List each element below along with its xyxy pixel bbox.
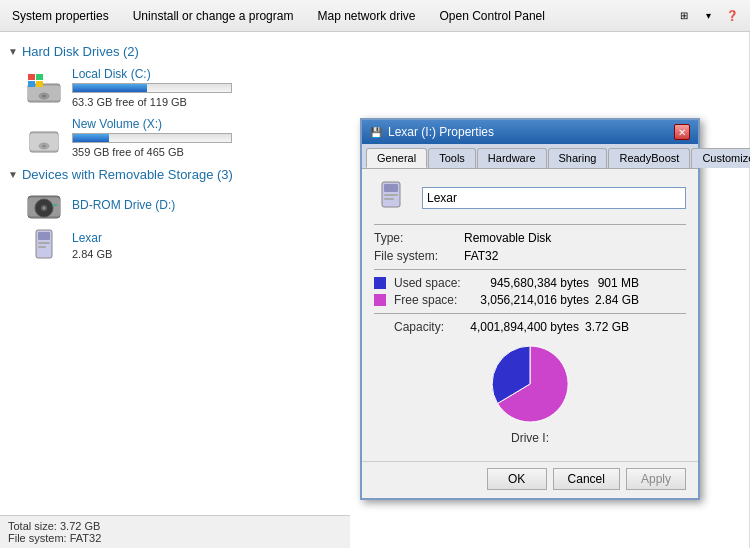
view-dropdown-icon[interactable]: ▾ <box>698 6 718 26</box>
toolbar: System properties Uninstall or change a … <box>0 0 750 32</box>
svg-rect-5 <box>36 74 43 80</box>
used-label: Used space: <box>394 276 474 290</box>
apply-button[interactable]: Apply <box>626 468 686 490</box>
lexar-removable-icon <box>24 230 64 262</box>
dialog-body: Type: Removable Disk File system: FAT32 … <box>362 169 698 457</box>
fs-label: File system: <box>374 249 464 263</box>
local-disk-c-size: 63.3 GB free of 119 GB <box>72 96 187 108</box>
hdd-section-header[interactable]: ▼ Hard Disk Drives (2) <box>0 40 749 63</box>
lexar-partial-size: 2.84 GB <box>72 248 112 260</box>
svg-rect-4 <box>28 74 35 80</box>
view-options-icon[interactable]: ⊞ <box>674 6 694 26</box>
open-control-panel-btn[interactable]: Open Control Panel <box>436 7 549 25</box>
removable-arrow: ▼ <box>8 169 18 180</box>
tab-hardware[interactable]: Hardware <box>477 148 547 168</box>
capacity-size: 3.72 GB <box>579 320 629 334</box>
fs-row: File system: FAT32 <box>374 249 686 263</box>
svg-rect-23 <box>384 184 398 192</box>
local-disk-c-name: Local Disk (C:) <box>72 67 725 81</box>
svg-point-16 <box>43 207 45 209</box>
new-volume-x-progress <box>72 133 232 143</box>
local-disk-c-info: Local Disk (C:) 63.3 GB free of 119 GB <box>72 67 725 109</box>
type-value: Removable Disk <box>464 231 551 245</box>
fs-value: FAT32 <box>464 249 498 263</box>
pie-area: Drive I: <box>374 342 686 445</box>
free-space-row: Free space: 3,056,214,016 bytes 2.84 GB <box>374 293 686 307</box>
help-icon[interactable]: ❓ <box>722 6 742 26</box>
svg-rect-25 <box>384 198 394 200</box>
tab-tools[interactable]: Tools <box>428 148 476 168</box>
svg-rect-19 <box>38 232 50 240</box>
dialog-title: Lexar (I:) Properties <box>388 125 674 139</box>
tab-general[interactable]: General <box>366 148 427 168</box>
free-label: Free space: <box>394 293 474 307</box>
hdd-arrow: ▼ <box>8 46 18 57</box>
drive-header-row <box>374 181 686 214</box>
bdrom-icon <box>24 190 64 222</box>
svg-point-11 <box>42 145 46 147</box>
free-color-box <box>374 294 386 306</box>
used-space-row: Used space: 945,680,384 bytes 901 MB <box>374 276 686 290</box>
used-color-box <box>374 277 386 289</box>
svg-rect-21 <box>38 246 46 248</box>
used-size: 901 MB <box>589 276 639 290</box>
status-bar: Total size: 3.72 GB File system: FAT32 <box>0 515 350 548</box>
local-disk-c-icon <box>24 72 64 104</box>
capacity-bytes: 4,001,894,400 bytes <box>464 320 579 334</box>
separator-1 <box>374 224 686 225</box>
uninstall-btn[interactable]: Uninstall or change a program <box>129 7 298 25</box>
hdd-section-title: Hard Disk Drives (2) <box>22 44 139 59</box>
toolbar-right: ⊞ ▾ ❓ <box>674 6 742 26</box>
pie-label: Drive I: <box>511 431 549 445</box>
svg-rect-6 <box>28 81 35 87</box>
type-row: Type: Removable Disk <box>374 231 686 245</box>
tab-readyboost[interactable]: ReadyBoost <box>608 148 690 168</box>
capacity-row: Capacity: 4,001,894,400 bytes 3.72 GB <box>374 320 686 334</box>
pie-chart <box>475 342 585 427</box>
local-disk-c-fill <box>73 84 147 92</box>
cancel-button[interactable]: Cancel <box>553 468 620 490</box>
separator-3 <box>374 313 686 314</box>
lexar-properties-dialog: 💾 Lexar (I:) Properties ✕ General Tools … <box>360 118 700 500</box>
svg-rect-24 <box>384 194 398 196</box>
type-label: Type: <box>374 231 464 245</box>
system-properties-btn[interactable]: System properties <box>8 7 113 25</box>
dialog-close-btn[interactable]: ✕ <box>674 124 690 140</box>
svg-point-3 <box>42 95 46 97</box>
dialog-title-icon: 💾 <box>370 127 382 138</box>
tab-customize[interactable]: Customize <box>691 148 750 168</box>
new-volume-x-icon <box>24 122 64 154</box>
svg-rect-17 <box>52 204 57 206</box>
status-file-system: File system: FAT32 <box>8 532 342 544</box>
used-bytes: 945,680,384 bytes <box>474 276 589 290</box>
ok-button[interactable]: OK <box>487 468 547 490</box>
new-volume-x-size: 359 GB free of 465 GB <box>72 146 184 158</box>
local-disk-c-progress <box>72 83 232 93</box>
svg-rect-7 <box>36 81 43 87</box>
free-bytes: 3,056,214,016 bytes <box>474 293 589 307</box>
drive-label-input[interactable] <box>422 187 686 209</box>
free-size: 2.84 GB <box>589 293 639 307</box>
dialog-titlebar: 💾 Lexar (I:) Properties ✕ <box>362 120 698 144</box>
separator-2 <box>374 269 686 270</box>
status-total-size: Total size: 3.72 GB <box>8 520 342 532</box>
dialog-buttons: OK Cancel Apply <box>362 461 698 498</box>
tab-bar: General Tools Hardware Sharing ReadyBoos… <box>362 144 698 169</box>
map-network-btn[interactable]: Map network drive <box>313 7 419 25</box>
new-volume-x-fill <box>73 134 109 142</box>
removable-section-title: Devices with Removable Storage (3) <box>22 167 233 182</box>
drive-thumb-icon <box>374 181 410 214</box>
local-disk-c-item[interactable]: Local Disk (C:) 63.3 GB free of 119 GB <box>0 63 749 113</box>
tab-sharing[interactable]: Sharing <box>548 148 608 168</box>
capacity-label: Capacity: <box>374 320 464 334</box>
svg-rect-20 <box>38 242 50 244</box>
